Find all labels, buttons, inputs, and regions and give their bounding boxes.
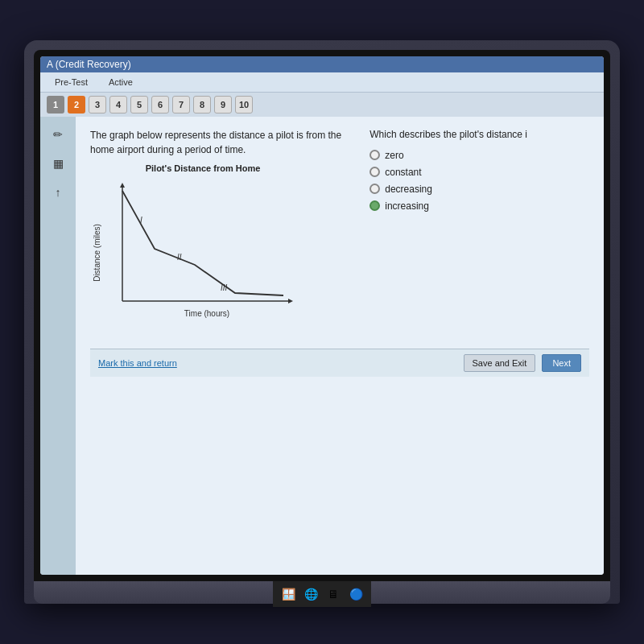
title-text: A (Credit Recovery) [47,59,131,70]
svg-text:Time (hours): Time (hours) [184,309,229,318]
svg-text:III: III [221,283,228,292]
label-constant: constant [385,167,421,178]
arrow-up-icon[interactable]: ↑ [47,181,69,204]
nav-pretest[interactable]: Pre-Test [47,76,96,89]
q-num-4[interactable]: 4 [109,96,127,114]
q-num-1[interactable]: 1 [47,96,64,114]
nav-bar: Pre-Test Active [40,72,604,93]
label-zero: zero [385,150,403,161]
svg-text:Distance (miles): Distance (miles) [93,224,101,282]
radio-zero[interactable] [369,150,380,160]
label-decreasing: decreasing [385,184,432,195]
taskbar-icon-1[interactable]: 🪟 [279,585,297,603]
question-row: The graph below represents the distance … [90,128,589,341]
screen-bezel: A (Credit Recovery) Pre-Test Active 1 2 … [34,50,610,581]
graph-title: Pilot's Distance from Home [90,163,316,173]
q-num-2[interactable]: 2 [68,96,85,114]
question-left: The graph below represents the distance … [90,128,353,341]
sidebar: ✏ ▦ ↑ [40,117,76,575]
option-decreasing[interactable]: decreasing [369,184,589,195]
svg-marker-3 [288,299,293,303]
question-number-bar: 1 2 3 4 5 6 7 8 9 10 [40,93,604,117]
q-num-8[interactable]: 8 [193,96,211,114]
pencil-icon[interactable]: ✏ [47,123,69,146]
svg-marker-2 [120,183,125,188]
save-exit-button[interactable]: Save and Exit [464,354,536,372]
radio-constant[interactable] [369,167,380,177]
q-num-7[interactable]: 7 [172,96,190,114]
svg-text:I: I [140,216,142,225]
q-num-10[interactable]: 10 [235,96,253,114]
screen: A (Credit Recovery) Pre-Test Active 1 2 … [40,56,604,575]
right-column-title: Which describes the pilot's distance i [369,128,589,142]
q-num-3[interactable]: 3 [89,96,106,114]
svg-text:II: II [177,253,182,262]
question-text: The graph below represents the distance … [90,128,353,157]
option-zero[interactable]: zero [369,150,589,161]
nav-active[interactable]: Active [101,76,141,89]
graph-container: Pilot's Distance from Home [90,163,316,341]
bottom-bar: Mark this and return Save and Exit Next [90,349,589,377]
taskbar-icon-chrome[interactable]: 🌐 [302,585,320,603]
content-panel: The graph below represents the distance … [76,117,604,575]
taskbar-icon-4[interactable]: 🔵 [347,585,365,603]
main-content-area: ✏ ▦ ↑ The graph below represents the dis… [40,117,604,575]
bottom-buttons: Save and Exit Next [464,354,582,372]
next-button[interactable]: Next [542,354,581,372]
option-increasing[interactable]: increasing [369,200,589,212]
q-num-5[interactable]: 5 [130,96,148,114]
q-num-9[interactable]: 9 [214,96,232,114]
taskbar: 🪟 🌐 🖥 🔵 [273,581,371,607]
radio-decreasing[interactable] [369,184,380,194]
taskbar-icon-3[interactable]: 🖥 [324,585,342,603]
laptop-base: 🪟 🌐 🖥 🔵 [34,581,610,604]
laptop-frame: A (Credit Recovery) Pre-Test Active 1 2 … [24,40,620,604]
title-bar: A (Credit Recovery) [40,56,604,72]
graph-svg: I II III Distance (miles) Time (hours) [90,176,308,329]
radio-increasing[interactable] [369,200,380,211]
label-increasing: increasing [385,200,429,212]
option-constant[interactable]: constant [369,167,589,178]
q-num-6[interactable]: 6 [151,96,169,114]
mark-link[interactable]: Mark this and return [98,358,177,368]
question-right: Which describes the pilot's distance i z… [369,128,589,341]
calculator-icon[interactable]: ▦ [47,152,69,175]
